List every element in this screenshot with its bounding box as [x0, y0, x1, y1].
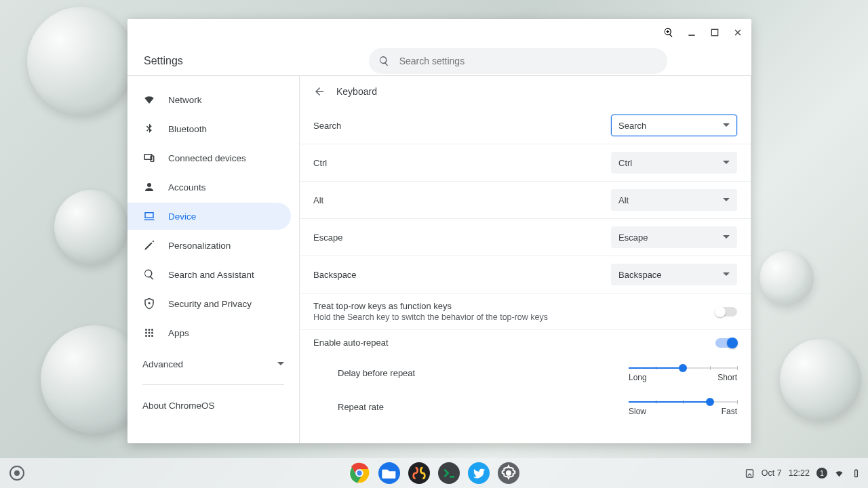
svg-point-8	[149, 329, 151, 331]
sidebar-item-pen[interactable]: Personalization	[127, 232, 291, 259]
chevron-down-icon	[723, 122, 730, 129]
sidebar-item-apps[interactable]: Apps	[127, 319, 291, 346]
row-key-alt: AltAlt	[300, 181, 751, 218]
launcher-button[interactable]	[9, 466, 24, 481]
settings-window: Settings NetworkBluetoothConnected devic…	[127, 19, 751, 443]
dropdown-escape[interactable]: Escape	[611, 226, 737, 248]
svg-rect-1	[711, 29, 717, 35]
page-title: Keyboard	[336, 86, 377, 97]
battery-tray-icon[interactable]	[851, 468, 861, 479]
search-icon	[142, 268, 156, 281]
key-label: Escape	[313, 232, 611, 243]
shelf-app-settings[interactable]	[498, 462, 519, 484]
tray-date: Oct 7	[762, 468, 782, 478]
sidebar-item-label: Device	[168, 211, 196, 222]
row-key-ctrl: CtrlCtrl	[300, 144, 751, 181]
sidebar-divider	[142, 384, 284, 385]
sidebar-item-account[interactable]: Accounts	[127, 174, 291, 201]
dropdown-alt[interactable]: Alt	[611, 189, 737, 211]
row-key-escape: EscapeEscape	[300, 218, 751, 256]
shelf-app-terminal[interactable]	[438, 462, 460, 484]
shelf: Oct 7 12:22 1	[0, 458, 868, 488]
svg-rect-27	[856, 469, 857, 470]
account-icon	[142, 180, 156, 194]
svg-point-11	[149, 332, 151, 334]
svg-point-6	[149, 302, 151, 304]
shelf-app-chrome[interactable]	[349, 462, 370, 484]
shelf-apps	[349, 462, 519, 484]
svg-rect-5	[145, 213, 153, 218]
sidebar-item-bluetooth[interactable]: Bluetooth	[127, 115, 291, 142]
sidebar-item-shield[interactable]: Security and Privacy	[127, 290, 291, 317]
sidebar-advanced[interactable]: Advanced	[127, 350, 299, 378]
svg-point-7	[145, 329, 147, 331]
chevron-down-icon	[277, 361, 284, 367]
autorepeat-toggle[interactable]	[715, 338, 737, 348]
key-label: Ctrl	[313, 158, 611, 168]
sidebar-item-label: Connected devices	[168, 153, 246, 163]
svg-point-13	[145, 335, 147, 337]
svg-point-18	[356, 470, 362, 476]
slider-delay[interactable]: LongShort	[629, 363, 737, 382]
chevron-down-icon	[723, 197, 730, 203]
row-key-search: SearchSearch	[300, 107, 751, 144]
tray-time: 12:22	[789, 468, 810, 478]
slider-delay-thumb[interactable]	[679, 364, 687, 372]
shelf-app-twitter[interactable]	[468, 462, 490, 484]
sidebar-item-search[interactable]: Search and Assistant	[127, 261, 291, 288]
shelf-app-media[interactable]	[408, 462, 430, 484]
main-panel[interactable]: Keyboard SearchSearchCtrlCtrlAltAltEscap…	[300, 76, 751, 443]
sidebar-item-label: Network	[168, 95, 202, 105]
sidebar-item-label: Bluetooth	[168, 124, 207, 134]
maximize-icon[interactable]	[709, 27, 720, 38]
sidebar-item-label: Search and Assistant	[168, 270, 254, 280]
app-title: Settings	[144, 55, 183, 67]
sidebar-item-label: Accounts	[168, 182, 206, 192]
key-label: Backspace	[313, 270, 611, 280]
sidebar-item-label: Apps	[168, 328, 189, 338]
svg-rect-0	[688, 35, 694, 35]
app-header: Settings	[127, 46, 751, 76]
minimize-icon[interactable]	[686, 27, 697, 38]
chevron-down-icon	[723, 271, 730, 278]
dropdown-backspace[interactable]: Backspace	[611, 264, 737, 285]
sidebar-item-label: Security and Privacy	[168, 299, 252, 309]
slider-rate-block: Repeat rate SlowFast	[300, 389, 751, 423]
notification-badge[interactable]: 1	[816, 468, 827, 479]
sidebar-item-wifi[interactable]: Network	[127, 86, 291, 113]
pen-icon	[142, 239, 156, 252]
sidebar-item-label: Personalization	[168, 241, 231, 251]
chevron-down-icon	[723, 234, 730, 241]
slider-rate-thumb[interactable]	[706, 398, 714, 406]
search-settings[interactable]	[369, 48, 667, 74]
row-toprow: Treat top-row keys as function keys Hold…	[300, 293, 751, 329]
bluetooth-icon	[142, 122, 156, 136]
dropdown-search[interactable]: Search	[611, 115, 737, 136]
sidebar-about[interactable]: About ChromeOS	[127, 392, 291, 419]
svg-point-15	[151, 335, 153, 337]
wifi-icon	[142, 93, 156, 106]
key-label: Search	[313, 121, 611, 131]
toprow-toggle[interactable]	[715, 307, 737, 317]
svg-point-9	[151, 329, 153, 331]
stylus-tray-icon[interactable]	[745, 468, 755, 479]
dropdown-ctrl[interactable]: Ctrl	[611, 152, 737, 174]
page-header: Keyboard	[300, 76, 751, 107]
slider-rate[interactable]: SlowFast	[629, 397, 737, 416]
close-icon[interactable]	[732, 27, 743, 38]
shelf-app-files[interactable]	[378, 462, 400, 484]
svg-rect-26	[855, 470, 858, 476]
sidebar-item-laptop[interactable]: Device	[127, 203, 291, 230]
system-tray[interactable]: Oct 7 12:22 1	[745, 468, 861, 479]
search-input[interactable]	[399, 56, 658, 66]
laptop-icon	[142, 209, 156, 223]
row-autorepeat: Enable auto-repeat	[300, 329, 751, 355]
search-in-page-icon[interactable]	[663, 27, 674, 38]
back-button[interactable]	[313, 85, 326, 98]
devices-icon	[142, 151, 156, 165]
slider-delay-block: Delay before repeat LongShort	[300, 355, 751, 389]
slider-delay-label: Delay before repeat	[338, 368, 612, 378]
sidebar-item-devices[interactable]: Connected devices	[127, 144, 291, 171]
wifi-tray-icon[interactable]	[834, 468, 844, 479]
svg-point-20	[408, 462, 430, 484]
